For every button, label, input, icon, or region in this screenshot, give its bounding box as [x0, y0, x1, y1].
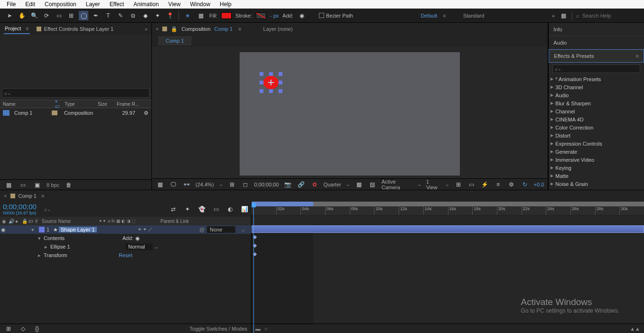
type-tool-icon[interactable]: T: [103, 11, 113, 20]
add-content-icon[interactable]: ◉: [135, 235, 140, 241]
zoom-level[interactable]: (24.4%): [196, 182, 214, 187]
transparency-icon[interactable]: ▦: [196, 11, 205, 20]
selection-tool-icon[interactable]: ➤: [5, 11, 14, 20]
overflow-icon[interactable]: »: [552, 13, 555, 18]
menu-window[interactable]: Window: [185, 0, 215, 9]
viewer-display-icon[interactable]: 🖵: [169, 180, 177, 189]
layer-duration-bar[interactable]: [252, 225, 644, 233]
stroke-color-swatch[interactable]: [256, 12, 266, 19]
project-item[interactable]: Comp 1 Composition 29.97 ⚙: [0, 108, 151, 118]
menu-layer[interactable]: Layer: [81, 0, 105, 9]
zoom-slider[interactable]: ○: [264, 326, 268, 332]
menu-view[interactable]: View: [164, 0, 186, 9]
ep-category[interactable]: ▶Immersive Video: [549, 156, 644, 164]
panel-overflow-icon[interactable]: »: [145, 26, 148, 32]
workspace-menu-icon[interactable]: ≡: [443, 13, 446, 18]
zoom-in-icon[interactable]: ▲▲: [630, 326, 640, 332]
menu-effect[interactable]: Effect: [105, 0, 129, 9]
ellipse-row[interactable]: ▸ Ellipse 1 Normal ⌄: [0, 242, 251, 251]
timeline-icon[interactable]: ≡: [494, 180, 503, 189]
view-dropdown[interactable]: 1 View: [426, 179, 440, 190]
pickwhip-icon[interactable]: @: [199, 227, 207, 232]
viewer-subtab[interactable]: Comp 1: [159, 37, 191, 45]
clone-tool-icon[interactable]: ⧉: [128, 11, 138, 20]
composition-tab-name[interactable]: Comp 1: [215, 26, 233, 32]
ep-category[interactable]: ▶* Animation Presets: [549, 75, 644, 83]
graph-editor-icon[interactable]: 📊: [240, 204, 249, 214]
zoom-out-icon[interactable]: ▬: [255, 326, 261, 332]
flowchart-icon[interactable]: ⚙: [507, 180, 516, 189]
guides-icon[interactable]: ▤: [368, 180, 377, 189]
viewer-menu-icon[interactable]: ≡: [238, 26, 241, 32]
time-ruler[interactable]: 02s04s06s08s10s12s14s16s18s20s22s24s26s2…: [252, 202, 644, 217]
effects-presets-tab[interactable]: Effects & Presets≡: [549, 49, 644, 63]
stroke-width[interactable]: - px: [270, 13, 279, 18]
work-area[interactable]: [252, 202, 313, 206]
contents-row[interactable]: ▾ Contents Add: ◉: [0, 234, 251, 242]
zoom-tool-icon[interactable]: 🔍: [29, 11, 39, 20]
star-icon[interactable]: ★: [183, 11, 192, 20]
playhead-handle[interactable]: [252, 203, 256, 207]
reset-exposure-icon[interactable]: ↻: [521, 180, 529, 189]
trash-icon[interactable]: 🗑: [64, 180, 74, 190]
ep-category[interactable]: ▶Keying: [549, 164, 644, 172]
ep-category[interactable]: ▶Blur & Sharpen: [549, 99, 644, 107]
view-opts-icon[interactable]: ⊞: [454, 180, 463, 189]
eraser-tool-icon[interactable]: ◆: [140, 11, 150, 20]
color-mgmt-icon[interactable]: ✿: [310, 180, 319, 189]
close-tab-icon[interactable]: ×: [4, 193, 7, 199]
col-framerate[interactable]: Frame R...: [114, 102, 142, 107]
ep-category[interactable]: ▶Matte: [549, 172, 644, 180]
new-folder-icon[interactable]: ▭: [18, 180, 28, 190]
menu-file[interactable]: File: [2, 0, 20, 9]
solo-col-icon[interactable]: ●: [13, 219, 20, 224]
snapshot-icon[interactable]: 📷: [284, 180, 292, 189]
tl-btn1-icon[interactable]: ⊞: [4, 324, 13, 333]
fast-preview-icon[interactable]: ⚡: [481, 180, 489, 189]
interpret-icon[interactable]: ▦: [4, 180, 13, 190]
hand-tool-icon[interactable]: ✋: [17, 11, 27, 20]
fill-color-swatch[interactable]: [221, 12, 232, 19]
workspace-standard[interactable]: Standard: [463, 13, 485, 18]
roto-tool-icon[interactable]: ✦: [153, 11, 162, 20]
reset-link[interactable]: Reset: [119, 252, 132, 258]
ep-category[interactable]: ▶Expression Controls: [549, 139, 644, 148]
bpc-label[interactable]: 8 bpc: [47, 182, 59, 188]
ep-category[interactable]: ▶Audio: [549, 91, 644, 99]
ep-category[interactable]: ▶CINEMA 4D: [549, 115, 644, 123]
ep-category[interactable]: ▶Distort: [549, 131, 644, 139]
resolution-icon[interactable]: ⊞: [228, 180, 236, 189]
timeline-menu-icon[interactable]: ≡: [41, 193, 44, 199]
timeline-search[interactable]: ⌕▾: [39, 202, 167, 217]
ep-category[interactable]: ▶Channel: [549, 107, 644, 115]
help-search-input[interactable]: [582, 13, 639, 18]
quality-dropdown[interactable]: Quarter: [324, 182, 341, 187]
pixel-aspect-icon[interactable]: ▭: [467, 180, 476, 189]
tl-btn2-icon[interactable]: ◇: [18, 324, 28, 333]
col-size[interactable]: Size: [95, 102, 114, 107]
layer-tab[interactable]: Layer (none): [263, 26, 293, 32]
menu-bar[interactable]: File Edit Composition Layer Effect Anima…: [0, 0, 644, 9]
comp-flowchart-icon[interactable]: ⇄: [168, 204, 178, 214]
bezier-checkbox[interactable]: [319, 13, 324, 18]
draft3d-icon[interactable]: ✦: [183, 204, 192, 214]
video-toggle-icon[interactable]: ◉: [0, 227, 7, 233]
tl-btn3-icon[interactable]: {}: [32, 324, 42, 333]
effect-controls-tab[interactable]: Effect Controls Shape Layer 1: [36, 24, 115, 34]
current-time[interactable]: 0;00;00;00 00000 (29.97 fps): [0, 202, 39, 217]
transparency-grid-icon[interactable]: ▦: [355, 180, 364, 189]
frame-blend-icon[interactable]: ▭: [211, 204, 221, 214]
anchor-point-icon[interactable]: [269, 81, 273, 84]
layer-label-icon[interactable]: [39, 227, 45, 232]
ellipse-shape[interactable]: [260, 72, 282, 93]
video-col-icon[interactable]: ◉: [0, 219, 7, 224]
audio-col-icon[interactable]: 🔊: [7, 219, 13, 224]
audio-panel-tab[interactable]: Audio: [549, 36, 644, 49]
project-search[interactable]: ⌕▾: [2, 88, 149, 98]
layer-row[interactable]: ◉ ▾ 1 ★ Shape Layer 1 ✦ ✦ ／ @ None ⌄: [0, 225, 251, 234]
orbit-tool-icon[interactable]: ⟳: [42, 11, 51, 20]
lock-icon[interactable]: 🔒: [171, 26, 177, 32]
playhead[interactable]: [253, 202, 254, 333]
pen-tool-icon[interactable]: ✒: [91, 11, 101, 20]
ep-category[interactable]: ▶3D Channel: [549, 83, 644, 91]
